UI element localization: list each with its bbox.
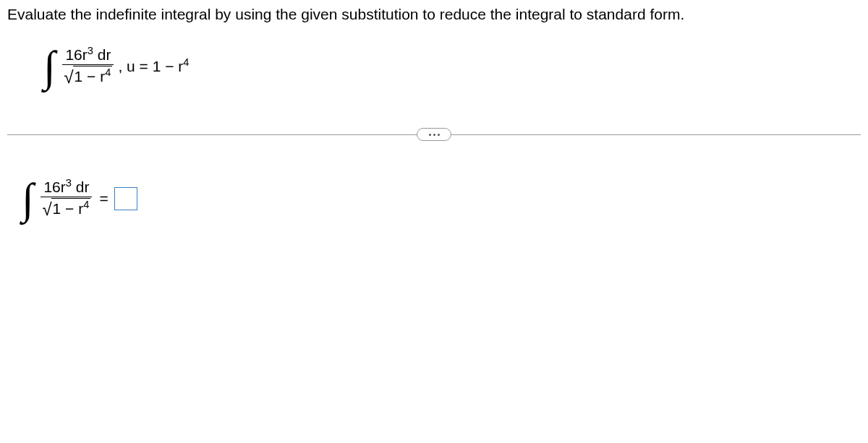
divider-line-left (7, 134, 417, 135)
integral-symbol: ∫ (43, 45, 55, 88)
radicand-text: 1 − r (75, 68, 106, 85)
problem-expression: ∫ 16r3 dr √ 1 − r4 , u = 1 − r4 (43, 45, 861, 88)
numerator-answer: 16r3 dr (42, 179, 90, 197)
radicand-sup-answer: 4 (83, 199, 89, 210)
fraction-answer: 16r3 dr √ 1 − r4 (41, 179, 92, 219)
substitution: , u = 1 − r4 (118, 58, 189, 75)
answer-expression: ∫ 16r3 dr √ 1 − r4 = (22, 177, 861, 220)
divider-line-right (451, 134, 861, 135)
denominator: √ 1 − r4 (62, 64, 114, 87)
divider-row (7, 128, 861, 141)
numerator-coeff: 16r (65, 46, 87, 63)
numerator-coeff-answer: 16r (43, 179, 65, 195)
substitution-sup: 4 (183, 56, 189, 68)
sqrt: √ 1 − r4 (64, 66, 112, 86)
sqrt-answer: √ 1 − r4 (42, 198, 90, 218)
numerator-after-answer: dr (72, 179, 90, 195)
numerator-sup: 3 (88, 45, 93, 56)
fraction: 16r3 dr √ 1 − r4 (62, 46, 114, 87)
expand-button[interactable] (417, 128, 451, 141)
integral-symbol-answer: ∫ (22, 177, 33, 220)
question-text: Evaluate the indefinite integral by usin… (7, 6, 861, 23)
substitution-text: , u = 1 − r (118, 58, 183, 74)
radicand: 1 − r4 (73, 66, 113, 86)
answer-input[interactable] (114, 187, 137, 210)
numerator-after: dr (93, 46, 111, 63)
radicand-text-answer: 1 − r (53, 200, 84, 217)
radicand-answer: 1 − r4 (51, 198, 91, 218)
numerator: 16r3 dr (64, 46, 112, 64)
radicand-sup: 4 (105, 66, 111, 78)
numerator-sup-answer: 3 (66, 177, 72, 189)
equals-sign: = (99, 190, 108, 207)
denominator-answer: √ 1 − r4 (41, 197, 92, 219)
